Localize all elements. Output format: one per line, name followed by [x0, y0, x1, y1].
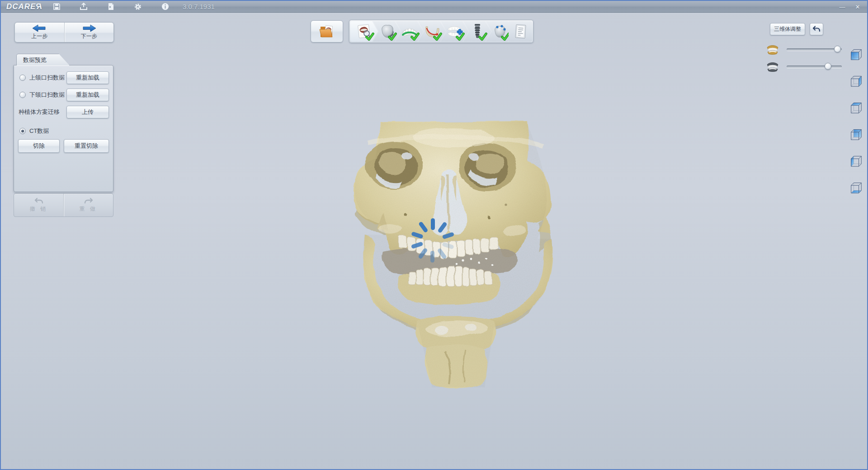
export-icon[interactable] — [78, 2, 90, 12]
maxilla-teeth-icon — [766, 44, 779, 55]
undo-arrow-icon — [812, 26, 821, 33]
next-step-button[interactable]: 下一步 — [64, 23, 114, 42]
undo-button[interactable]: 撤 销 — [14, 194, 63, 216]
mandible-opacity-row — [766, 61, 847, 72]
prev-step-label: 上一步 — [31, 33, 47, 40]
titlebar-toolbar — [51, 2, 171, 12]
reset-cut-button[interactable]: 重置切除 — [64, 139, 109, 153]
view-cube-right[interactable] — [848, 73, 863, 88]
ct-3d-viewport[interactable] — [1, 13, 867, 469]
lower-scan-label: 下颌口扫数据 — [29, 91, 65, 99]
step-done-check-icon — [388, 33, 397, 41]
step-done-check-icon — [410, 33, 420, 41]
reload-lower-button[interactable]: 重新加载 — [66, 89, 109, 101]
close-button[interactable]: ✕ — [851, 2, 864, 11]
upload-button[interactable]: 上传 — [66, 106, 109, 118]
report-icon — [513, 23, 528, 40]
step-done-check-icon — [478, 33, 487, 41]
loading-spinner — [408, 216, 458, 265]
redo-icon — [84, 197, 94, 205]
undo-icon — [34, 197, 44, 205]
folder-icon — [319, 24, 335, 39]
info-icon[interactable] — [159, 2, 171, 12]
undo-label: 撤 销 — [30, 205, 47, 213]
arrow-left-icon — [32, 24, 47, 32]
ct-data-radio[interactable] — [19, 128, 26, 134]
upper-scan-radio[interactable] — [19, 75, 26, 81]
redo-label: 重 做 — [80, 205, 97, 213]
app-version: 3.0.7.1931 — [183, 3, 215, 10]
implant-plan-label: 种植体方案迁移 — [19, 108, 60, 116]
volume-adjust-button[interactable]: 三维体调整 — [770, 23, 805, 35]
workflow-step-scan-preview[interactable] — [350, 21, 378, 42]
workflow-step-report[interactable] — [509, 21, 532, 42]
ct-skull-render — [349, 116, 566, 396]
mandible-teeth-icon — [766, 61, 779, 72]
reset-view-button[interactable] — [810, 23, 823, 35]
ct-data-label: CT数据 — [29, 127, 49, 135]
view-cube-bottom[interactable] — [848, 179, 863, 195]
implant-plan-row: 种植体方案迁移 上传 — [14, 105, 113, 119]
maxilla-opacity-thumb[interactable] — [834, 46, 841, 52]
prev-step-button[interactable]: 上一步 — [15, 23, 64, 42]
view-cube-left[interactable] — [848, 153, 863, 168]
step-done-check-icon — [365, 33, 374, 41]
maxilla-opacity-slider[interactable] — [787, 48, 842, 51]
upper-scan-label: 上颌口扫数据 — [29, 74, 65, 82]
redo-button[interactable]: 重 做 — [63, 194, 113, 216]
save-icon[interactable] — [51, 2, 62, 12]
view-cube-top[interactable] — [848, 99, 863, 115]
view-orientation-column — [848, 46, 863, 195]
data-preview-panel: 上颌口扫数据 重新加载 下颌口扫数据 重新加载 种植体方案迁移 上传 CT数据 … — [14, 65, 113, 192]
arrow-right-icon — [81, 24, 97, 32]
ct-data-row: CT数据 — [14, 124, 113, 138]
lower-scan-radio[interactable] — [19, 92, 26, 98]
reload-upper-button[interactable]: 重新加载 — [66, 71, 109, 84]
minimize-button[interactable]: — — [835, 2, 849, 11]
upper-scan-row: 上颌口扫数据 重新加载 — [14, 71, 113, 85]
titlebar: DCARER 3.0.7.1931 — ✕ — [1, 1, 867, 13]
step-nav-group: 上一步 下一步 — [14, 22, 114, 42]
workflow-steps — [349, 20, 533, 43]
step-done-check-icon — [433, 33, 442, 41]
view-cube-back[interactable] — [848, 126, 863, 141]
undo-redo-group: 撤 销 重 做 — [14, 193, 113, 217]
settings-gear-icon[interactable] — [132, 2, 144, 12]
report-file-icon[interactable] — [105, 2, 117, 12]
app-logo: DCARER — [6, 2, 42, 11]
view-cube-front[interactable] — [848, 46, 863, 61]
lower-scan-row: 下颌口扫数据 重新加载 — [14, 88, 113, 102]
mandible-opacity-slider[interactable] — [787, 66, 842, 68]
step-done-check-icon — [456, 33, 465, 41]
cut-button[interactable]: 切除 — [18, 139, 60, 153]
maxilla-opacity-row — [766, 44, 847, 55]
mandible-opacity-thumb[interactable] — [825, 63, 831, 70]
patient-folder-button[interactable] — [311, 20, 343, 42]
next-step-label: 下一步 — [81, 33, 97, 40]
